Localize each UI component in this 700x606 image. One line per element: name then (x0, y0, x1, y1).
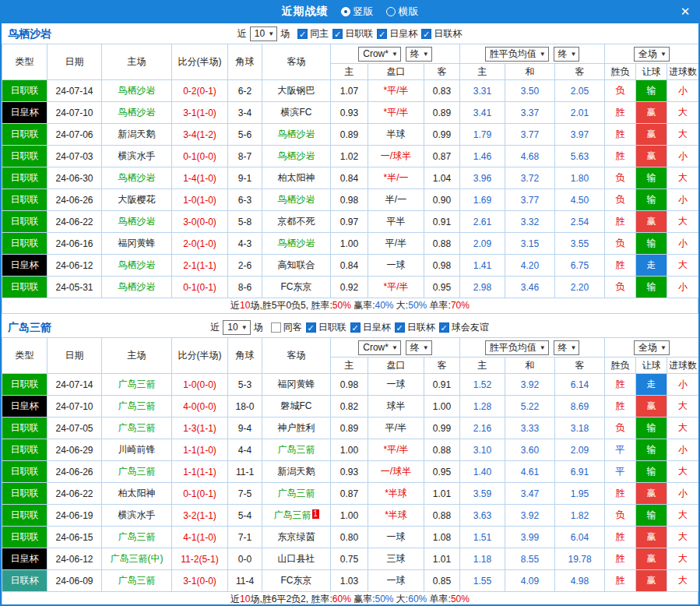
corner-count: 5-4 (228, 505, 262, 527)
match-date: 24-07-06 (47, 124, 102, 146)
odds-stage-value: 终 (410, 48, 420, 61)
team-section-2: 广岛三箭 近 10 ▼ 场 同客✓日职联✓日皇杯✓日联杯✓球会友谊 类型 (2, 317, 698, 606)
handicap-line: 一球 (368, 255, 424, 277)
chevron-down-icon: ▼ (540, 51, 546, 58)
layout-radio-vertical[interactable]: 竖版 (341, 5, 374, 19)
team-label: 鸟栖沙岩 (118, 216, 156, 227)
handicap-odds-home: 1.00 (331, 233, 368, 255)
odds-stage-select[interactable]: 终▼ (406, 340, 432, 355)
col-type: 类型 (2, 44, 47, 80)
home-team: 鸟栖沙岩 (102, 277, 172, 298)
bookmaker-select[interactable]: Crow*▼ (358, 340, 401, 355)
handicap-result-badge: 赢 (636, 548, 667, 570)
avg-win-odds: 2.98 (460, 277, 505, 298)
filter-checkbox-group: ✓同主✓日职联✓日皇杯✓日联杯 (297, 27, 466, 41)
checkbox-同客[interactable] (271, 322, 281, 333)
home-team: 广岛三箭 (102, 374, 172, 396)
avg-win-odds: 2.09 (460, 233, 505, 255)
team-label: 横滨水手 (118, 509, 156, 520)
col-away: 客场 (262, 44, 331, 80)
handicap-line: 平/半 (368, 233, 424, 255)
avg-win-odds: 3.63 (460, 505, 505, 527)
avg-win-odds: 1.51 (460, 527, 505, 548)
league-badge: 日皇杯 (2, 548, 47, 570)
home-team: 福冈黄蜂 (102, 233, 172, 255)
avg-select[interactable]: 胜平负均值▼ (485, 340, 549, 355)
handicap-odds-home: 0.97 (331, 211, 368, 233)
checkbox-日皇杯[interactable]: ✓ (377, 29, 387, 39)
handicap-result-badge: 走 (636, 374, 667, 396)
summary-segment: 大: (394, 594, 409, 604)
summary-segment: 赢率: (351, 300, 375, 311)
checkbox-日职联[interactable]: ✓ (332, 29, 343, 39)
checkbox-日职联[interactable]: ✓ (306, 322, 316, 333)
match-date: 24-06-12 (47, 255, 102, 277)
odds-stage-select[interactable]: 终▼ (406, 47, 432, 62)
summary-segment: 60% (332, 594, 351, 604)
match-row: 日职联24-06-26大阪樱花1-0(1-0)6-3鸟栖沙岩0.98半/一0.9… (2, 189, 699, 211)
team-label: 鸟栖沙岩 (118, 107, 156, 118)
scope-select[interactable]: 全场▼ (634, 47, 670, 62)
radio-unselected-icon (386, 7, 396, 16)
corner-count: 11-1 (228, 461, 262, 483)
summary-segment: 赢率: (351, 594, 375, 604)
summary-segment: 胜率: (311, 300, 332, 311)
section-top: 鸟栖沙岩 近 10 ▼ 场 ✓同主✓日职联✓日皇杯✓日联杯 (2, 23, 698, 44)
checkbox-日皇杯[interactable]: ✓ (350, 322, 361, 333)
handicap-result-badge: 输 (636, 167, 667, 189)
avg-draw-odds: 4.61 (505, 461, 555, 483)
checkbox-日联杯[interactable]: ✓ (421, 29, 431, 39)
avg-lose-odds: 2.54 (555, 211, 605, 233)
team-label: 福冈黄蜂 (278, 379, 315, 389)
corner-count: 3-4 (228, 102, 262, 124)
checkbox-同主[interactable]: ✓ (297, 29, 308, 39)
bookmaker-value: Crow* (363, 342, 389, 353)
avg-select[interactable]: 胜平负均值▼ (485, 47, 549, 62)
team-label: 高知联合 (278, 259, 315, 270)
avg-lose-odds: 2.09 (555, 439, 605, 461)
avg-win-odds: 1.52 (460, 374, 505, 396)
avg-stage-select[interactable]: 终▼ (554, 340, 580, 355)
corner-count: 6-3 (228, 189, 262, 211)
handicap-result-badge: 赢 (636, 124, 667, 146)
chevron-down-icon: ▼ (660, 344, 667, 351)
handicap-odds-away: 1.01 (424, 483, 460, 505)
score: 2-1(1-1) (172, 255, 228, 277)
result-text: 负 (605, 189, 636, 211)
league-badge: 日职联 (2, 527, 47, 548)
away-team: 高知联合 (262, 255, 331, 277)
recent-count-select[interactable]: 10 ▼ (223, 320, 250, 335)
bookmaker-select[interactable]: Crow*▼ (358, 47, 401, 62)
scope-value: 全场 (638, 48, 657, 61)
league-badge: 日皇杯 (2, 102, 47, 124)
result-text: 胜 (605, 483, 636, 505)
away-team: 广岛三箭1 (262, 505, 331, 527)
avg-win-odds: 1.46 (460, 146, 505, 167)
avg-win-odds: 3.59 (460, 483, 505, 505)
away-team: 大阪钢巴 (262, 80, 331, 102)
result-text: 胜 (605, 211, 636, 233)
checkbox-日联杯[interactable]: ✓ (395, 322, 405, 333)
col-goals: 进球数 (667, 358, 699, 374)
league-badge: 日皇杯 (2, 396, 47, 418)
col-handicap: 盘口 (368, 358, 424, 374)
team-label: 大阪钢巴 (278, 85, 315, 96)
checkbox-label: 日联杯 (434, 27, 462, 41)
team-label: 新潟天鹅 (278, 466, 315, 477)
scope-select[interactable]: 全场▼ (634, 340, 670, 355)
handicap-odds-home: 0.98 (331, 189, 368, 211)
recent-count-select[interactable]: 10 ▼ (250, 26, 277, 41)
handicap-result-badge: 输 (636, 418, 667, 439)
checkbox-球会友谊[interactable]: ✓ (439, 322, 449, 333)
away-team: 广岛三箭 (262, 439, 331, 461)
avg-win-odds: 3.96 (460, 167, 505, 189)
close-icon[interactable]: ✕ (677, 3, 694, 20)
layout-radio-horizontal[interactable]: 横版 (386, 5, 419, 19)
handicap-odds-away: 1.01 (424, 548, 460, 570)
score: 4-0(0-0) (172, 396, 228, 418)
league-badge: 日联杯 (2, 570, 47, 592)
home-team: 新潟天鹅 (102, 124, 172, 146)
avg-stage-select[interactable]: 终▼ (554, 47, 580, 62)
handicap-odds-home: 0.80 (331, 527, 368, 548)
home-team: 广岛三箭 (102, 570, 172, 592)
